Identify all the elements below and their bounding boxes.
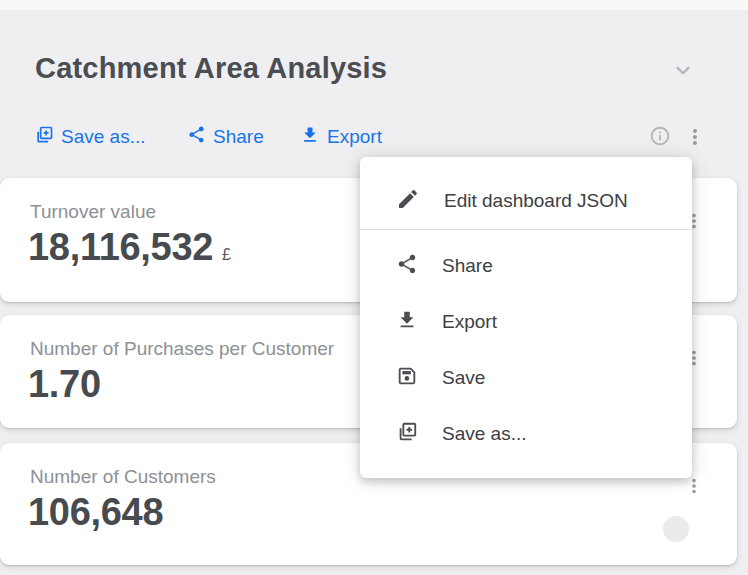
card-menu-button[interactable] [683,475,707,499]
info-icon [649,133,671,150]
save-as-icon [34,125,54,150]
export-icon [300,125,320,150]
top-edge-strip [0,0,748,10]
chevron-down-icon [670,69,696,86]
share-label: Share [213,126,264,148]
export-button[interactable]: Export [300,124,382,150]
menu-item-label: Edit dashboard JSON [444,190,628,212]
menu-item-save[interactable]: Save [360,350,692,406]
dashboard-menu-button[interactable] [683,125,707,149]
save-as-button[interactable]: Save as... [34,124,146,150]
edit-icon [396,187,420,216]
more-vert-icon [683,135,707,152]
save-as-icon [396,421,418,448]
share-icon [187,125,206,149]
gray-dot-indicator [663,516,689,542]
menu-item-label: Save [442,367,485,389]
kpi-unit: £ [222,246,231,264]
kpi-value: 1.70 [28,363,101,406]
kpi-label: Turnover value [30,201,156,223]
dashboard-dropdown-menu: Edit dashboard JSON Share Export Save Sa… [360,157,692,478]
kpi-label: Number of Purchases per Customer [30,338,334,360]
menu-item-edit-dashboard-json[interactable]: Edit dashboard JSON [360,173,692,229]
kpi-value: 18,116,532 £ [28,226,231,269]
menu-item-save-as[interactable]: Save as... [360,406,692,462]
menu-item-label: Export [442,311,497,333]
share-button[interactable]: Share [187,124,264,150]
share-icon [396,253,418,280]
collapse-dashboard-button[interactable] [670,57,696,83]
kpi-value: 106,648 [28,491,163,534]
save-icon [396,365,418,392]
kpi-value-number: 1.70 [28,363,101,406]
export-label: Export [327,126,382,148]
menu-divider [360,229,692,230]
menu-item-export[interactable]: Export [360,294,692,350]
menu-item-label: Save as... [442,423,527,445]
kpi-value-number: 106,648 [28,491,163,534]
menu-item-label: Share [442,255,493,277]
info-button[interactable] [649,125,673,149]
menu-item-share[interactable]: Share [360,238,692,294]
export-icon [396,309,418,336]
kpi-value-number: 18,116,532 [28,226,213,269]
more-vert-icon [683,483,705,500]
page-title: Catchment Area Analysis [35,52,387,85]
save-as-label: Save as... [61,126,146,148]
kpi-label: Number of Customers [30,466,216,488]
dashboard-view: Catchment Area Analysis Save as... Share… [0,0,748,575]
